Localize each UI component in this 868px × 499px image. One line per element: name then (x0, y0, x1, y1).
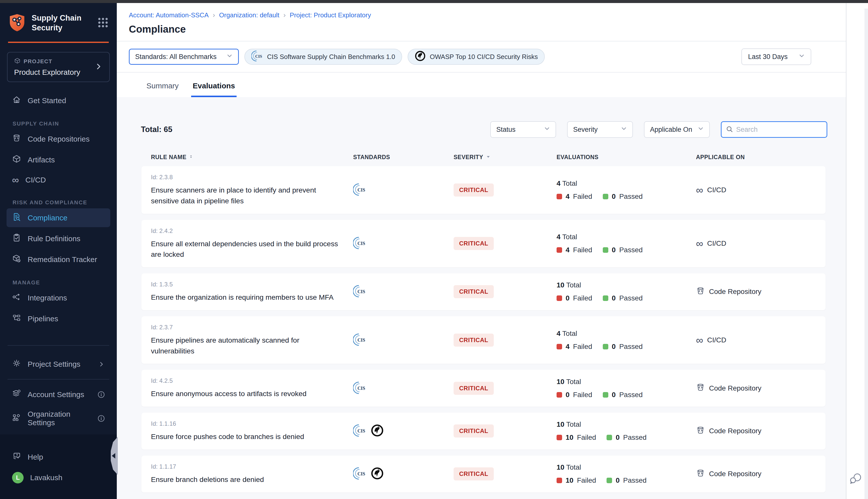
sidebar-item-cicd[interactable]: ∞ CI/CD (7, 171, 110, 189)
chevron-down-icon (227, 53, 232, 61)
rule-id: Id: 2.4.2 (151, 228, 353, 234)
chevron-down-icon (621, 126, 627, 134)
table-row[interactable]: Id: 4.2.5 Ensure anonymous access to art… (141, 370, 825, 406)
brand-title: Supply Chain Security (32, 13, 81, 33)
owasp-logo-icon (415, 50, 426, 63)
passed-swatch (603, 392, 608, 398)
avatar: L (12, 472, 24, 484)
failed-swatch (557, 392, 562, 398)
sidebar: Supply Chain Security PROJECT Product Ex… (0, 3, 117, 499)
applicable-on: CI/CD (707, 186, 726, 194)
sidebar-item-rule-definitions[interactable]: Rule Definitions (7, 229, 110, 248)
severity-filter[interactable]: Severity (567, 121, 633, 138)
user-menu[interactable]: L Lavakush (7, 468, 110, 487)
applicable-on: Code Repository (709, 288, 761, 296)
standards-select[interactable]: Standards: All Benchmarks (129, 49, 239, 65)
sidebar-item-account-settings[interactable]: Account Settings (7, 385, 110, 404)
table-row[interactable]: Id: 1.1.16 Ensure force pushes code to b… (141, 413, 825, 450)
support-chat-icon[interactable] (849, 471, 863, 486)
severity-badge: CRITICAL (454, 333, 494, 346)
integrations-share-icon (12, 292, 21, 303)
sidebar-item-get-started[interactable]: Get Started (7, 91, 110, 110)
sidebar-item-artifacts[interactable]: Artifacts (7, 150, 110, 169)
info-icon[interactable] (98, 391, 105, 398)
sort-down-icon (486, 154, 491, 161)
sidebar-item-code-repositories[interactable]: Code Repositories (7, 130, 110, 148)
severity-badge: CRITICAL (454, 183, 494, 196)
box-wrench-icon (12, 254, 21, 265)
right-gutter (846, 3, 868, 499)
sidebar-item-integrations[interactable]: Integrations (7, 289, 110, 307)
org-chart-gear-icon (12, 413, 21, 424)
main-content: Account: Automation-SSCA › Organization:… (117, 3, 846, 499)
applicable-on: Code Repository (709, 427, 761, 435)
code-repository-icon (12, 134, 21, 144)
severity-badge: CRITICAL (454, 467, 494, 480)
rule-name: Ensure all external dependencies used in… (151, 239, 342, 260)
failed-swatch (557, 247, 562, 253)
cis-logo-icon (251, 50, 263, 63)
sidebar-item-compliance[interactable]: Compliance (7, 208, 110, 227)
breadcrumb-project[interactable]: Project: Product Exploratory (290, 11, 371, 19)
project-switcher[interactable]: PROJECT Product Exploratory (7, 52, 110, 82)
scrollbar[interactable] (865, 9, 868, 499)
tab-evaluations[interactable]: Evaluations (191, 82, 236, 97)
rule-name: Ensure force pushes code to branches is … (151, 431, 342, 442)
owasp-logo-icon (371, 424, 384, 438)
table-row[interactable]: Id: 2.4.2 Ensure all external dependenci… (141, 220, 825, 268)
chip-cis-benchmark[interactable]: CIS Software Supply Chain Benchmarks 1.0 (244, 49, 402, 65)
breadcrumb: Account: Automation-SSCA › Organization:… (129, 11, 834, 19)
sidebar-bottom-dock: Help L Lavakush (0, 435, 117, 499)
applicable-on: CI/CD (707, 336, 726, 344)
search-icon (726, 126, 733, 133)
breadcrumb-account[interactable]: Account: Automation-SSCA (129, 11, 209, 19)
chevron-down-icon (799, 53, 805, 61)
sidebar-item-pipelines[interactable]: Pipelines (7, 309, 110, 328)
chevron-right-icon (95, 63, 103, 71)
rule-id: Id: 4.2.5 (151, 377, 353, 384)
status-filter[interactable]: Status (490, 121, 556, 138)
compliance-doc-search-icon (12, 212, 21, 223)
failed-swatch (557, 344, 562, 349)
table-row[interactable]: Id: 1.1.17 Ensure branch deletions are d… (141, 455, 825, 492)
passed-swatch (606, 435, 612, 440)
tab-summary[interactable]: Summary (145, 82, 180, 97)
table-row[interactable]: Id: 2.3.7 Ensure pipelines are automatic… (141, 316, 825, 364)
collapse-arrow-icon (112, 453, 115, 459)
artifact-cube-icon (12, 154, 21, 165)
column-standards: STANDARDS (353, 154, 454, 161)
clipboard-check-icon (12, 233, 21, 244)
cis-logo-icon (353, 467, 366, 481)
severity-badge: CRITICAL (454, 382, 494, 395)
failed-swatch (557, 194, 562, 199)
section-manage: MANAGE (13, 279, 113, 286)
sidebar-item-help[interactable]: Help (7, 448, 110, 466)
sidebar-item-organization-settings[interactable]: Organization Settings (7, 406, 110, 431)
info-icon[interactable] (98, 415, 105, 422)
passed-swatch (603, 344, 608, 349)
table-row[interactable]: Id: 1.3.5 Ensure the organization is req… (141, 273, 825, 310)
sidebar-item-remediation-tracker[interactable]: Remediation Tracker (7, 250, 110, 269)
table-row[interactable]: Id: 2.3.8 Ensure scanners are in place t… (141, 166, 825, 214)
rule-id: Id: 1.1.16 (151, 420, 353, 427)
search-input[interactable] (736, 126, 825, 134)
breadcrumb-organization[interactable]: Organization: default (219, 11, 279, 19)
cis-logo-icon (353, 333, 366, 347)
chip-owasp-top10[interactable]: OWASP Top 10 CI/CD Security Risks (408, 49, 545, 65)
app-grid-icon[interactable] (98, 17, 108, 29)
applicable-on-filter[interactable]: Applicable On (644, 121, 710, 138)
date-range-select[interactable]: Last 30 Days (742, 48, 811, 65)
sort-updown-icon (189, 154, 193, 161)
rule-name: Ensure branch deletions are denied (151, 474, 342, 485)
column-rule-name[interactable]: RULE NAME (151, 154, 353, 161)
rule-id: Id: 2.3.8 (151, 174, 353, 181)
sidebar-item-project-settings[interactable]: Project Settings (7, 355, 110, 374)
severity-badge: CRITICAL (454, 237, 494, 250)
chevron-right-icon (99, 361, 105, 367)
section-risk-compliance: RISK AND COMPLIANCE (13, 199, 113, 206)
layers-gear-icon (12, 389, 21, 400)
severity-badge: CRITICAL (454, 285, 494, 298)
breadcrumb-chevron-icon: › (213, 11, 215, 19)
column-severity[interactable]: SEVERITY (454, 154, 557, 161)
cis-logo-icon (353, 285, 366, 299)
